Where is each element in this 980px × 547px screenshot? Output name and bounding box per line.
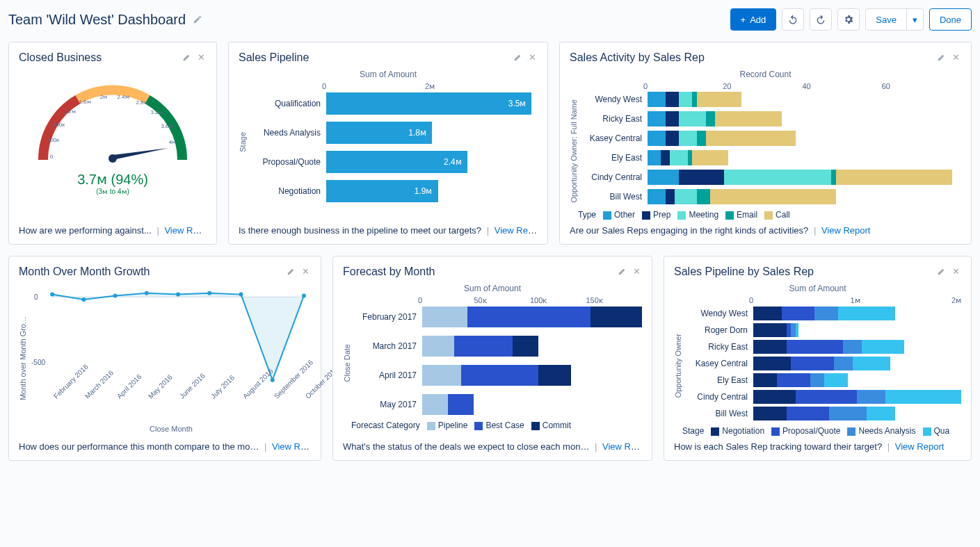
x-tick-label: June 2016 [178, 395, 184, 400]
svg-text:3.2ᴍ: 3.2ᴍ [150, 109, 162, 115]
legend-swatch [642, 211, 650, 220]
bar-segment [679, 170, 723, 185]
close-icon[interactable]: ✕ [632, 265, 642, 278]
bar-segment [706, 111, 715, 126]
axis-title: Sum of Amount [674, 284, 961, 293]
axis-title: Record Count [570, 70, 961, 79]
bar-segment [787, 407, 829, 421]
bar: 1.8ᴍ [326, 122, 432, 144]
redo-button[interactable] [810, 8, 832, 31]
close-icon[interactable]: ✕ [300, 265, 311, 278]
bar-segment [666, 189, 675, 204]
bar-segment [666, 111, 679, 126]
page-title: Team 'Wild West' Dashboard [8, 12, 186, 28]
undo-button[interactable] [782, 8, 804, 31]
bar-label: Ely East [582, 153, 642, 163]
x-tick-label: August 2016 [241, 395, 247, 400]
bar-segment [791, 357, 833, 370]
pencil-icon[interactable] [285, 265, 298, 278]
pencil-icon[interactable] [181, 51, 193, 64]
x-tick-label: October 2016 [304, 395, 310, 400]
card-question: How is each Sales Rep tracking toward th… [674, 441, 882, 452]
svg-point-11 [109, 154, 117, 163]
bar-segment [448, 394, 474, 415]
legend-item: Prep [642, 210, 670, 220]
bar-segment [513, 336, 538, 357]
bar-label: May 2017 [355, 400, 417, 409]
legend-swatch [923, 427, 931, 436]
svg-text:800ᴋ: 800ᴋ [53, 122, 65, 128]
bar-row: May 2017 [355, 394, 642, 415]
done-button[interactable]: Done [929, 8, 972, 31]
bar-segment [454, 336, 513, 357]
plus-icon: + [741, 15, 746, 25]
topbar: Team 'Wild West' Dashboard + Add Save ▾ … [8, 8, 972, 31]
bar-segment [679, 111, 706, 126]
y-axis-label: Close Date [343, 344, 351, 382]
close-icon[interactable]: ✕ [951, 265, 961, 278]
bar-segment [715, 111, 782, 126]
bar-row: Qualification 3.5ᴍ [251, 92, 538, 115]
svg-point-18 [145, 291, 149, 295]
bar: 2.4ᴍ [326, 151, 467, 173]
svg-point-19 [176, 293, 180, 297]
bar-segment [422, 307, 467, 327]
close-icon[interactable]: ✕ [196, 51, 207, 64]
bar-segment [838, 307, 895, 320]
pencil-icon[interactable] [935, 265, 948, 278]
pencil-icon[interactable] [935, 51, 948, 64]
bar-segment [753, 323, 787, 337]
card-title: Closed Business [19, 51, 102, 64]
bar: 3.5ᴍ [326, 92, 531, 115]
svg-point-16 [81, 297, 86, 302]
bar-row: Proposal/Quote 2.4ᴍ [251, 151, 538, 173]
view-report-link[interactable]: View Report [821, 225, 871, 236]
view-report-link[interactable]: View Report [495, 225, 538, 236]
save-button[interactable]: Save [865, 8, 907, 31]
svg-point-20 [207, 291, 211, 295]
svg-text:3.6ᴍ: 3.6ᴍ [161, 123, 172, 129]
x-axis-label: Close Month [31, 425, 311, 433]
bar-segment [867, 407, 895, 421]
legend-item: Proposal/Quote [771, 426, 840, 436]
view-report-link[interactable]: View Report [895, 441, 945, 452]
bar-label: Bill West [582, 192, 642, 202]
bar-segment [692, 150, 728, 165]
bar-row: Roger Dorn [686, 323, 961, 337]
bar-label: Cindy Central [686, 392, 748, 402]
bar-row: April 2017 [355, 365, 642, 386]
bar-segment [829, 407, 867, 421]
bar-label: Kasey Central [582, 133, 642, 143]
gauge-value: 3.7ᴍ (94%) [77, 171, 148, 188]
bar-segment [787, 340, 844, 354]
view-report-link[interactable]: View Report [272, 441, 311, 452]
axis-title: Sum of Amount [239, 70, 538, 79]
bar-segment [753, 373, 777, 387]
save-dropdown-button[interactable]: ▾ [906, 8, 924, 31]
bar-segment [461, 365, 539, 386]
view-report-link[interactable]: View Report [164, 225, 207, 236]
bar-row: Kasey Central [582, 131, 961, 146]
bar-row: Cindy Central [686, 390, 961, 404]
legend-item: Commit [531, 421, 571, 430]
x-tick-label: September 2016 [273, 395, 278, 400]
bar-label: Negotiation [251, 186, 321, 196]
bar-label: Bill West [686, 409, 748, 418]
x-tick-label: July 2016 [209, 395, 215, 400]
edit-title-icon[interactable] [193, 15, 202, 24]
card-question: How does our performance this month comp… [19, 441, 259, 452]
legend-swatch [764, 211, 773, 220]
view-report-link[interactable]: View Report [602, 441, 642, 452]
card-closed-business: Closed Business ✕ 0 400ᴋ 800ᴋ 1.2ᴍ 1.6ᴍ … [8, 42, 217, 245]
close-icon[interactable]: ✕ [527, 51, 538, 64]
bar-row: Wendy West [582, 92, 961, 107]
svg-text:2.8ᴍ: 2.8ᴍ [136, 99, 147, 106]
bar-segment [675, 189, 697, 204]
y-axis-label: Month over Month Gro… [19, 316, 27, 400]
add-button[interactable]: + Add [730, 8, 777, 31]
settings-button[interactable] [837, 8, 860, 31]
bar-label: Ely East [686, 375, 748, 385]
pencil-icon[interactable] [512, 51, 524, 64]
pencil-icon[interactable] [616, 265, 629, 278]
close-icon[interactable]: ✕ [951, 51, 961, 64]
